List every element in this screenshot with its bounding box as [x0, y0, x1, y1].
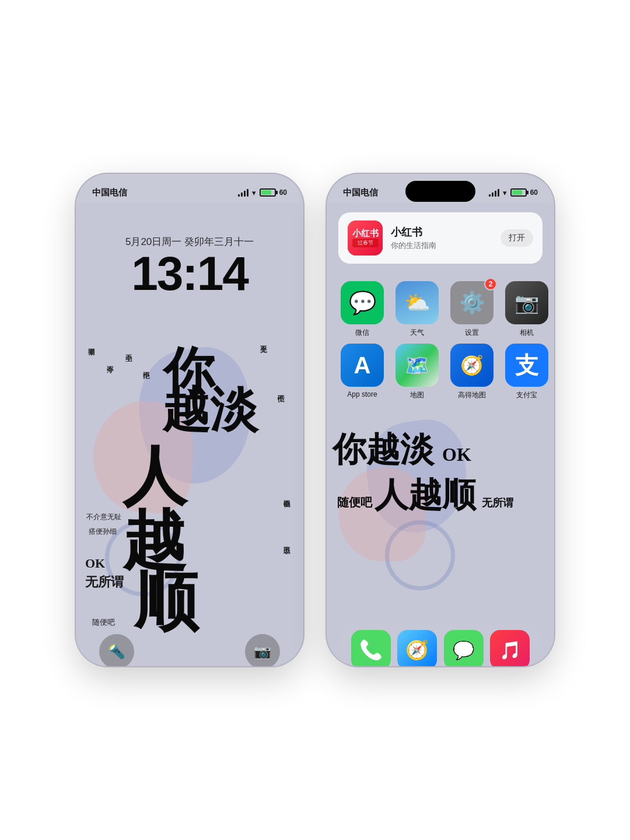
dynamic-island: [405, 181, 475, 202]
maps-label: 地图: [410, 390, 424, 400]
signal-icon: [238, 188, 249, 197]
lock-time: 13:14: [76, 249, 303, 299]
xhs-widget[interactable]: 小红书 过春节 小红书 你的生活指南 打开: [338, 212, 542, 264]
appstore-label: App store: [347, 390, 377, 398]
app-item-settings[interactable]: ⚙️ 2 设置: [450, 281, 494, 338]
home-screen-phone: 中国电信 ▾ 60: [327, 174, 554, 666]
dock: 📞 🧭 💬 🎵: [338, 622, 542, 666]
lock-status-icons: ▾ 60: [238, 188, 287, 197]
app-item-alipay[interactable]: 支 支付宝: [505, 344, 548, 400]
app-item-gaode[interactable]: 🧭 高得地图: [450, 344, 494, 400]
xhs-slogan: 你的生活指南: [391, 240, 492, 251]
home-screen: 小红书 过春节 小红书 你的生活指南 打开 💬 微信: [327, 203, 554, 666]
char-yuedan: 越淡: [162, 378, 258, 442]
home-status-icons: ▾ 60: [489, 188, 538, 197]
phones-container: 中国电信 ▾ 60 5月20日: [76, 174, 554, 666]
home-battery-icon: 60: [510, 188, 538, 197]
lock-screen-phone: 中国电信 ▾ 60 5月20日: [76, 174, 303, 666]
app-item-weather[interactable]: ⛅ 天气: [396, 281, 439, 338]
app-grid: 💬 微信 ⛅ 天气 ⚙️ 2 设置: [327, 270, 554, 338]
home-signal-icon: [489, 188, 499, 197]
app-item-camera[interactable]: 📷 相机: [505, 281, 548, 338]
xhs-info: 小红书 你的生活指南: [391, 225, 492, 251]
xhs-name: 小红书: [391, 225, 492, 239]
home-battery-level: 60: [530, 188, 538, 197]
dock-music[interactable]: 🎵: [490, 630, 530, 666]
xhs-open-button[interactable]: 打开: [501, 229, 533, 247]
lock-bottom-controls: 🔦 📷: [76, 625, 303, 666]
wifi-icon: ▾: [252, 188, 256, 197]
camera-icon[interactable]: 📷: [505, 281, 548, 324]
weather-icon[interactable]: ⛅: [396, 281, 439, 324]
home-wifi-icon: ▾: [503, 188, 507, 197]
alipay-label: 支付宝: [516, 390, 537, 400]
home-main-text: 你越淡 OK 随便吧 人越顺 无所谓: [332, 427, 513, 518]
small-text-ok: OK: [85, 556, 105, 571]
app-item-maps[interactable]: 🗺️ 地图: [396, 344, 439, 400]
wechat-label: 微信: [355, 328, 369, 338]
wechat-icon[interactable]: 💬: [341, 281, 384, 324]
gaode-label: 高得地图: [458, 390, 486, 400]
flashlight-button[interactable]: 🔦: [99, 634, 134, 666]
settings-badge: 2: [484, 278, 497, 290]
gaode-icon[interactable]: 🧭: [450, 344, 494, 387]
lock-screen: 5月20日周一 癸卯年三月十一 13:14 你 越淡 人 越 顺: [76, 203, 303, 666]
weather-label: 天气: [410, 328, 424, 338]
home-carrier: 中国电信: [343, 187, 378, 198]
app-item-appstore[interactable]: A App store: [341, 344, 384, 400]
small-text-10: 搭便孙细: [89, 527, 117, 537]
dock-phone[interactable]: 📞: [351, 630, 391, 666]
battery-icon: 60: [260, 188, 287, 197]
alipay-icon[interactable]: 支: [505, 344, 548, 387]
settings-icon[interactable]: ⚙️ 2: [450, 281, 494, 324]
dock-safari[interactable]: 🧭: [397, 630, 437, 666]
battery-level: 60: [279, 188, 287, 197]
app-grid-row2: A App store 🗺️ 地图 🧭 高得地图: [327, 338, 554, 412]
dock-messages[interactable]: 💬: [444, 630, 484, 666]
lock-carrier: 中国电信: [92, 187, 127, 198]
settings-label: 设置: [465, 328, 479, 338]
camera-label: 相机: [520, 328, 534, 338]
appstore-icon[interactable]: A: [341, 344, 384, 387]
xhs-app-icon[interactable]: 小红书 过春节: [348, 220, 383, 256]
home-wallpaper: 你越淡 OK 随便吧 人越顺 无所谓: [327, 410, 554, 620]
camera-button[interactable]: 📷: [245, 634, 280, 666]
small-text-wusuo: 无所谓: [85, 573, 124, 591]
small-text-9: 不介意无耻: [86, 512, 121, 522]
lock-status-bar: 中国电信 ▾ 60: [76, 174, 303, 203]
app-item-wechat[interactable]: 💬 微信: [341, 281, 384, 338]
maps-icon[interactable]: 🗺️: [396, 344, 439, 387]
